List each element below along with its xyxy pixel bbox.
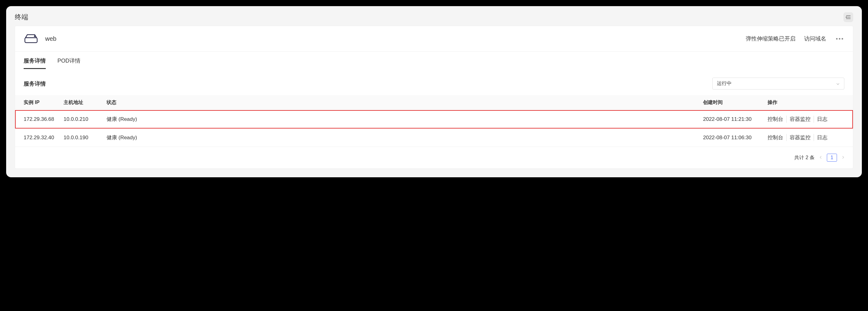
- panel-header: 终端: [6, 6, 862, 26]
- select-value: 运行中: [717, 80, 732, 87]
- dot-icon: [836, 38, 838, 40]
- next-page[interactable]: [842, 155, 844, 160]
- card-header: web 弹性伸缩策略已开启 访问域名: [15, 26, 853, 51]
- console-link[interactable]: 控制台: [768, 116, 786, 123]
- collapse-toggle[interactable]: [843, 12, 853, 22]
- col-actions: 操作: [768, 99, 844, 106]
- prev-page[interactable]: [819, 155, 822, 160]
- cell-host: 10.0.0.210: [64, 116, 106, 123]
- cell-status: 健康 (Ready): [106, 116, 703, 123]
- service-card: web 弹性伸缩策略已开启 访问域名 服务详情 POD详情 服务详情 运行中: [15, 26, 853, 169]
- status-filter-select[interactable]: 运行中: [712, 78, 844, 90]
- page-number[interactable]: 1: [827, 154, 837, 162]
- col-created: 创建时间: [703, 99, 768, 106]
- more-menu[interactable]: [835, 37, 844, 41]
- chevron-down-icon: [836, 81, 840, 87]
- cell-created: 2022-08-07 11:06:30: [703, 135, 768, 141]
- total-count: 共计 2 条: [794, 154, 814, 161]
- server-icon: [24, 33, 38, 44]
- section-header: 服务详情 运行中: [15, 69, 853, 95]
- service-name: web: [45, 35, 57, 42]
- dot-icon: [839, 38, 840, 40]
- table-row: 172.29.32.40 10.0.0.190 健康 (Ready) 2022-…: [15, 129, 853, 147]
- logs-link[interactable]: 日志: [814, 116, 831, 123]
- cell-ip: 172.29.36.68: [24, 116, 64, 123]
- console-link[interactable]: 控制台: [768, 134, 786, 141]
- cell-status: 健康 (Ready): [106, 134, 703, 141]
- logs-link[interactable]: 日志: [814, 134, 831, 141]
- instances-table: 实例 IP 主机地址 状态 创建时间 操作 172.29.36.68 10.0.…: [15, 95, 853, 147]
- col-instance-ip: 实例 IP: [24, 99, 64, 106]
- card-header-right: 弹性伸缩策略已开启 访问域名: [746, 35, 844, 42]
- svg-rect-3: [25, 38, 37, 43]
- domain-link[interactable]: 访问域名: [804, 35, 826, 42]
- col-host: 主机地址: [64, 99, 106, 106]
- pagination: 共计 2 条 1: [15, 147, 853, 168]
- cell-ip: 172.29.32.40: [24, 135, 64, 141]
- table-header: 实例 IP 主机地址 状态 创建时间 操作: [15, 95, 853, 110]
- section-title: 服务详情: [24, 80, 46, 88]
- cell-created: 2022-08-07 11:21:30: [703, 116, 768, 123]
- terminal-panel: 终端 web 弹性伸缩策略已开启 访问域名: [6, 6, 862, 177]
- tabs: 服务详情 POD详情: [15, 51, 853, 69]
- collapse-icon: [845, 15, 851, 19]
- col-status: 状态: [106, 99, 703, 106]
- cell-actions: 控制台 容器监控 日志: [768, 134, 844, 141]
- svg-point-4: [34, 36, 36, 37]
- monitor-link[interactable]: 容器监控: [786, 134, 814, 141]
- dot-icon: [842, 38, 843, 40]
- card-header-left: web: [24, 33, 57, 44]
- tab-pod-detail[interactable]: POD详情: [57, 57, 81, 69]
- table-row: 172.29.36.68 10.0.0.210 健康 (Ready) 2022-…: [15, 110, 853, 129]
- cell-actions: 控制台 容器监控 日志: [768, 116, 844, 123]
- monitor-link[interactable]: 容器监控: [786, 116, 814, 123]
- cell-host: 10.0.0.190: [64, 135, 106, 141]
- tab-service-detail[interactable]: 服务详情: [24, 57, 46, 69]
- autoscale-status: 弹性伸缩策略已开启: [746, 35, 796, 42]
- panel-title: 终端: [15, 12, 28, 22]
